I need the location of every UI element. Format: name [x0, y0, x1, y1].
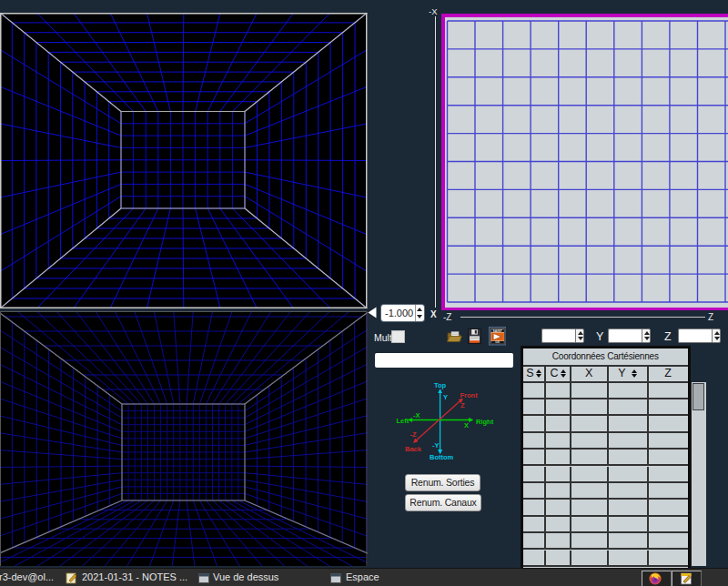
svg-text:Y: Y: [443, 393, 448, 401]
svg-text:Top: Top: [434, 381, 447, 389]
svg-text:-Y: -Y: [432, 441, 440, 450]
svg-text:-Z: -Z: [410, 430, 417, 439]
svg-text:SAINT: SAINT: [492, 329, 502, 333]
svg-text:Z: Z: [460, 401, 465, 409]
svg-text:Right: Right: [476, 418, 494, 426]
svg-text:-X: -X: [413, 411, 420, 419]
svg-text:Left: Left: [397, 417, 410, 425]
svg-text:X: X: [464, 421, 469, 429]
svg-text:Front: Front: [460, 391, 479, 399]
svg-text:Bottom: Bottom: [430, 453, 454, 461]
svg-text:IDE: IDE: [495, 340, 500, 344]
svg-text:Back: Back: [405, 445, 422, 453]
